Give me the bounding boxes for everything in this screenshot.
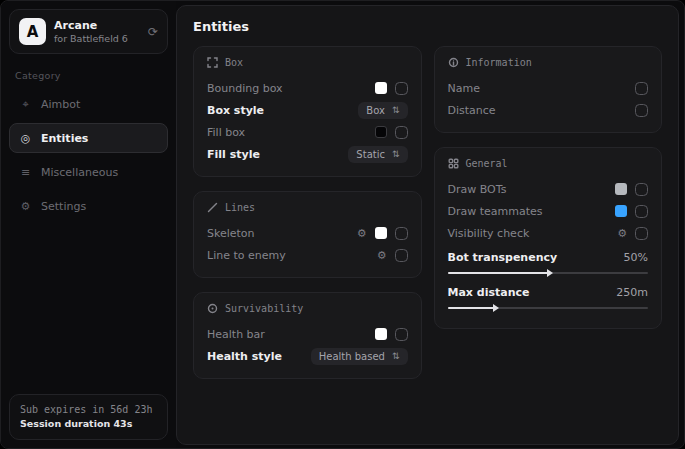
app-title: Arcane [54,19,140,33]
category-label: Category [15,70,162,81]
subscription-status-card: Sub expires in 56d 23h Session duration … [9,394,168,440]
information-card-header: Information [448,57,649,68]
grid-icon [448,158,459,169]
draw-teammates-row: Draw teammates [448,200,649,222]
fill-box-checkbox[interactable] [395,126,408,139]
line-icon [207,202,218,213]
survivability-card: Survivability Health bar Health style He… [193,292,422,379]
bounding-box-row: Bounding box [207,77,408,99]
gear-icon[interactable]: ⚙ [377,250,387,261]
box-card-header: Box [207,57,408,68]
sidebar-item-label: Settings [41,200,86,213]
gear-icon[interactable]: ⚙ [617,228,627,239]
fill-style-dropdown[interactable]: Static ⇅ [348,146,407,163]
row-label: Draw BOTs [448,183,507,196]
slider-value: 250m [616,286,648,299]
row-label: Visibility check [448,227,530,240]
color-swatch[interactable] [375,82,387,94]
box-corners-icon [207,57,218,68]
row-label: Distance [448,104,496,117]
row-label: Line to enemy [207,249,286,262]
line-to-enemy-row: Line to enemy ⚙ [207,244,408,266]
page-title: Entities [193,19,662,34]
slider-value: 50% [624,251,648,264]
color-swatch[interactable] [615,205,627,217]
fill-box-row: Fill box [207,121,408,143]
updown-arrows-icon: ⇅ [392,105,400,115]
gear-icon[interactable]: ⚙ [357,228,367,239]
row-label: Fill box [207,126,245,139]
health-bar-checkbox[interactable] [395,328,408,341]
max-distance-slider[interactable] [448,304,649,312]
row-label: Fill style [207,148,260,161]
sidebar-item-settings[interactable]: ⚙ Settings [9,191,168,221]
bot-transparency-slider[interactable] [448,269,649,277]
updown-arrows-icon: ⇅ [392,351,400,361]
gear-icon: ⚙ [19,200,32,213]
refresh-icon[interactable]: ⟳ [148,25,158,39]
main-panel: Entities Box Bounding box [176,5,679,445]
draw-bots-checkbox[interactable] [635,183,648,196]
general-card-header: General [448,158,649,169]
health-icon [207,303,218,314]
information-card: Information Name Distance [434,46,663,133]
row-label: Health bar [207,328,265,341]
sub-expiry-text: Sub expires in 56d 23h [20,403,157,417]
app-header-card: A Arcane for Battlefield 6 ⟳ [9,9,168,54]
row-label: Max distance [448,286,530,299]
skeleton-row: Skeleton ⚙ [207,222,408,244]
sliders-icon: ≡ [19,166,32,179]
distance-checkbox[interactable] [635,104,648,117]
app-window: A Arcane for Battlefield 6 ⟳ Category ⌖ … [0,0,685,449]
row-label: Bot transpenency [448,251,558,264]
general-card: General Draw BOTs Draw teammates [434,147,663,329]
color-swatch[interactable] [375,126,387,138]
row-label: Draw teammates [448,205,543,218]
info-icon [448,57,459,68]
entities-icon: ◎ [19,132,32,145]
draw-bots-row: Draw BOTs [448,178,649,200]
row-label: Box style [207,104,264,117]
bounding-box-checkbox[interactable] [395,82,408,95]
color-swatch[interactable] [375,227,387,239]
sidebar-item-aimbot[interactable]: ⌖ Aimbot [9,89,168,119]
color-swatch[interactable] [615,183,627,195]
max-distance-group: Max distance 250m [448,282,649,312]
line-to-enemy-checkbox[interactable] [395,249,408,262]
updown-arrows-icon: ⇅ [392,149,400,159]
color-swatch[interactable] [375,328,387,340]
survivability-card-header: Survivability [207,303,408,314]
distance-row: Distance [448,99,649,121]
row-label: Name [448,82,480,95]
health-style-row: Health style Health based ⇅ [207,345,408,367]
sidebar-item-label: Entities [41,132,88,145]
lines-card: Lines Skeleton ⚙ Line to enemy ⚙ [193,191,422,278]
row-label: Bounding box [207,82,283,95]
visibility-check-row: Visibility check ⚙ [448,222,649,244]
sidebar-item-label: Miscellaneous [41,166,118,179]
app-subtitle: for Battlefield 6 [54,33,140,45]
lines-card-header: Lines [207,202,408,213]
sidebar-item-label: Aimbot [41,98,80,111]
draw-teammates-checkbox[interactable] [635,205,648,218]
sidebar-item-entities[interactable]: ◎ Entities [9,123,168,153]
visibility-check-checkbox[interactable] [635,227,648,240]
box-style-dropdown[interactable]: Box ⇅ [358,102,407,119]
name-row: Name [448,77,649,99]
skeleton-checkbox[interactable] [395,227,408,240]
fill-style-row: Fill style Static ⇅ [207,143,408,165]
row-label: Skeleton [207,227,255,240]
health-bar-row: Health bar [207,323,408,345]
session-duration-text: Session duration 43s [20,417,157,431]
app-logo: A [19,18,46,45]
sidebar: A Arcane for Battlefield 6 ⟳ Category ⌖ … [1,1,176,448]
sidebar-item-miscellaneous[interactable]: ≡ Miscellaneous [9,157,168,187]
name-checkbox[interactable] [635,82,648,95]
row-label: Health style [207,350,282,363]
bot-transparency-group: Bot transpenency 50% [448,247,649,277]
health-style-dropdown[interactable]: Health based ⇅ [311,348,408,365]
crosshair-icon: ⌖ [19,98,32,111]
box-style-row: Box style Box ⇅ [207,99,408,121]
box-card: Box Bounding box Box style Box ⇅ [193,46,422,177]
